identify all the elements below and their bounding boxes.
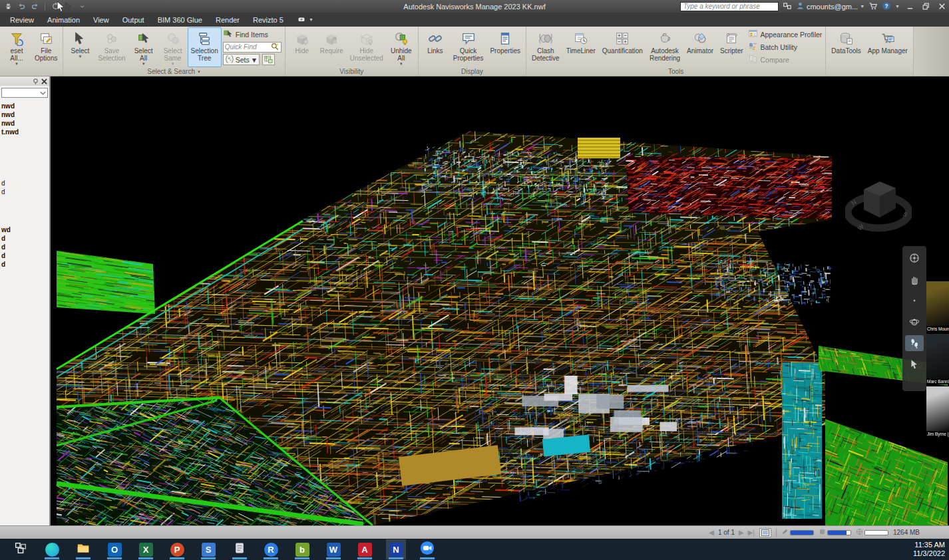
tree-item[interactable]: d (1, 179, 49, 188)
animator-button[interactable]: Animator (683, 27, 717, 67)
clash-detective-button[interactable]: ClashDetective (528, 27, 563, 67)
tree-item[interactable]: d (1, 188, 49, 196)
walk-tool[interactable] (905, 335, 924, 351)
navisworks-icon: N (389, 543, 403, 557)
tree-item[interactable]: nwd (1, 110, 49, 119)
orbit-tool[interactable] (905, 314, 924, 330)
taskbar-app-acrobat[interactable]: A (355, 539, 375, 559)
tree-item[interactable]: nwd (1, 102, 49, 110)
zoom-tool[interactable] (905, 293, 924, 309)
first-sheet-icon[interactable]: ◀ (709, 529, 714, 536)
timeliner-label: TimeLiner (566, 47, 596, 55)
pan-hand-tool[interactable] (905, 271, 924, 287)
select-all-button[interactable]: SelectAll▼ (129, 27, 158, 67)
tree-item[interactable]: d (1, 243, 49, 251)
reset-all-label: All... (10, 55, 23, 62)
viewport-3d-model[interactable] (51, 76, 949, 525)
app-store-cart-icon[interactable] (868, 1, 878, 12)
help-icon[interactable]: ? (882, 1, 891, 12)
find-items-button[interactable]: Find Items (223, 29, 282, 40)
quick-properties-button[interactable]: QuickProperties (450, 27, 487, 67)
taskbar-app-bluebeam[interactable]: b (292, 539, 312, 559)
quick-find-input[interactable]: Quick Find (223, 41, 282, 53)
tree-item[interactable]: d (1, 251, 49, 260)
help-caret-icon[interactable]: ▼ (895, 4, 900, 9)
next-sheet-icon[interactable]: ▶ (739, 529, 744, 536)
redo-icon[interactable] (29, 1, 40, 11)
tree-item[interactable]: nwd (1, 119, 49, 128)
quantification-button[interactable]: Quantification (599, 27, 646, 67)
print-icon[interactable] (3, 1, 13, 11)
tree-item[interactable]: d (1, 234, 49, 243)
datatools-button[interactable]: DataTools (828, 27, 864, 67)
full-navigation-wheel-tool[interactable] (905, 250, 924, 266)
ribbon-tab-animation[interactable]: Animation (41, 14, 86, 26)
taskbar-app-excel[interactable]: X (136, 539, 156, 559)
tree-mode-dropdown[interactable] (1, 88, 48, 98)
ribbon-tab-render[interactable]: Render (210, 14, 246, 26)
tree-item[interactable]: d (1, 260, 49, 269)
select-pointer-tool[interactable] (905, 356, 924, 372)
unhide-all-button[interactable]: UnhideAll▼ (387, 27, 416, 67)
appearance-profiler-button[interactable]: Appearance Profiler (748, 29, 823, 40)
sign-in-person-icon (796, 1, 805, 11)
properties-button[interactable]: Properties (486, 27, 524, 67)
taskbar-app-navisworks[interactable]: N (386, 539, 406, 559)
ribbon-tab-view[interactable]: View (87, 14, 115, 26)
sheet-browser-icon[interactable] (759, 528, 771, 537)
reset-all-button[interactable]: esetAll...▼ (2, 27, 31, 67)
taskbar-app-notes[interactable] (230, 539, 250, 559)
ribbon-group-label: Display (419, 67, 526, 76)
links-button[interactable]: Links (421, 27, 450, 67)
timeliner-button[interactable]: TimeLiner (563, 27, 599, 67)
taskbar-app-file-explorer[interactable] (73, 539, 93, 559)
sets-button[interactable]: Sets▼ (223, 54, 282, 65)
taskbar-app-task-view[interactable] (11, 539, 31, 559)
taskbar-app-powerpoint[interactable]: P (167, 539, 187, 559)
manage-sets-icon[interactable] (262, 54, 275, 65)
tree-item[interactable]: t.nwd (1, 128, 49, 136)
minimize[interactable] (904, 1, 916, 11)
tree-item[interactable]: wd (1, 225, 49, 234)
taskbar-app-zoom[interactable] (417, 539, 437, 559)
last-sheet-icon[interactable]: ▶| (748, 529, 755, 536)
batch-utility-button[interactable]: BZBatch Utility (748, 41, 823, 53)
select-all-icon (136, 30, 151, 47)
qat-customize-caret-icon[interactable] (77, 1, 87, 11)
taskbar-app-outlook[interactable]: O (104, 539, 124, 559)
restore[interactable] (920, 1, 932, 11)
taskbar-clock[interactable]: 11:35 AM 11/3/2022 (913, 539, 945, 560)
participant-video[interactable]: Jim Byrne | A (926, 386, 949, 437)
scripter-button[interactable]: Scripter (717, 27, 746, 67)
app-manager-label: App Manager (868, 47, 908, 55)
close[interactable] (936, 1, 948, 11)
taskbar-app-word[interactable]: W (323, 539, 343, 559)
save-selection-icon (104, 30, 119, 47)
search-exchange-icon[interactable] (783, 1, 792, 12)
view-cube[interactable]: NWS (845, 171, 912, 239)
ribbon-tab-revizto-5[interactable]: Revizto 5 (247, 14, 289, 26)
taskbar-app-snagit[interactable]: S (198, 539, 218, 559)
panel-pin-icon[interactable] (33, 75, 39, 87)
ribbon-tab-bim-360-glue[interactable]: BIM 360 Glue (152, 14, 208, 26)
app-manager-button[interactable]: App Manager (864, 27, 911, 67)
ribbon-tab-output[interactable]: Output (116, 14, 150, 26)
undo-icon[interactable] (16, 1, 27, 11)
file-options-button[interactable]: FileOptions (31, 27, 61, 67)
panel-close-icon[interactable] (41, 75, 47, 87)
participant-video[interactable]: Marc Banning (926, 334, 949, 384)
capture-tab[interactable]: ▼ (291, 14, 319, 26)
keyword-search-input[interactable]: Type a keyword or phrase (680, 2, 779, 11)
autodesk-rendering-button[interactable]: AutodeskRendering (646, 27, 683, 67)
quick-find-magnifier-icon[interactable] (270, 42, 280, 53)
participant-video[interactable]: Chris Mounts (926, 281, 949, 332)
taskbar-app-revizto[interactable]: R (261, 539, 281, 559)
taskbar-app-edge[interactable] (42, 539, 62, 559)
selection-tree-button[interactable]: SelectionTree (188, 27, 222, 67)
account-menu[interactable]: cmounts@gm... ▼ (796, 1, 864, 11)
dropdown-caret-icon: ▼ (15, 62, 19, 66)
running-indicator (76, 557, 91, 559)
ribbon-tab-review[interactable]: Review (4, 14, 40, 26)
quick-properties-label: Properties (453, 55, 484, 62)
select-button[interactable]: Select▼ (65, 27, 95, 67)
